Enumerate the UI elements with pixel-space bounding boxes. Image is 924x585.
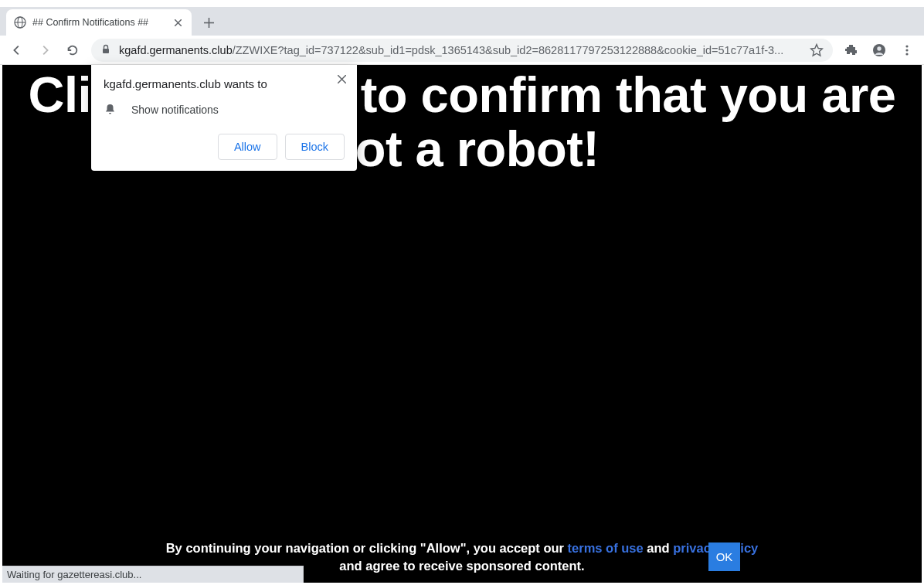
tab-strip: ## Confirm Notifications ## <box>0 7 924 36</box>
terms-of-use-link[interactable]: terms of use <box>568 541 644 555</box>
ok-button[interactable]: OK <box>708 542 740 571</box>
titlebar <box>0 0 924 7</box>
menu-icon[interactable] <box>895 38 919 63</box>
svg-marker-12 <box>811 44 823 56</box>
back-button[interactable] <box>5 38 29 63</box>
forward-button[interactable] <box>32 38 57 63</box>
svg-point-17 <box>905 53 908 55</box>
profile-icon[interactable] <box>867 38 892 63</box>
popup-close-button[interactable] <box>335 73 348 85</box>
url-text: kgafd.germanents.club/ZZWIXE?tag_id=7371… <box>119 44 803 56</box>
block-button[interactable]: Block <box>285 134 345 160</box>
browser-toolbar: kgafd.germanents.club/ZZWIXE?tag_id=7371… <box>0 36 924 65</box>
popup-title: kgafd.germanents.club wants to <box>104 77 345 90</box>
extensions-icon[interactable] <box>839 38 864 63</box>
lock-icon <box>100 44 113 56</box>
svg-point-15 <box>905 45 908 47</box>
tab-close-button[interactable] <box>172 16 184 29</box>
allow-button[interactable]: Allow <box>218 134 277 160</box>
popup-prompt: Show notifications <box>131 104 219 116</box>
globe-icon <box>14 16 26 29</box>
notification-permission-popup: kgafd.germanents.club wants to Show noti… <box>91 65 357 171</box>
tab-title: ## Confirm Notifications ## <box>32 17 165 28</box>
status-bar: Waiting for gazettereasi.club... <box>2 566 304 583</box>
consent-and: and <box>644 541 674 555</box>
svg-rect-11 <box>103 49 109 53</box>
svg-point-16 <box>905 49 908 51</box>
bookmark-star-icon[interactable] <box>810 43 824 57</box>
consent-prefix: By continuing your navigation or clickin… <box>166 541 568 555</box>
bell-icon <box>104 103 117 117</box>
browser-tab[interactable]: ## Confirm Notifications ## <box>6 9 192 36</box>
address-bar[interactable]: kgafd.germanents.club/ZZWIXE?tag_id=7371… <box>91 39 833 62</box>
consent-line2: and agree to receive sponsored content. <box>339 559 584 573</box>
reload-button[interactable] <box>60 38 85 63</box>
new-tab-button[interactable] <box>198 12 219 33</box>
svg-point-14 <box>877 46 881 50</box>
